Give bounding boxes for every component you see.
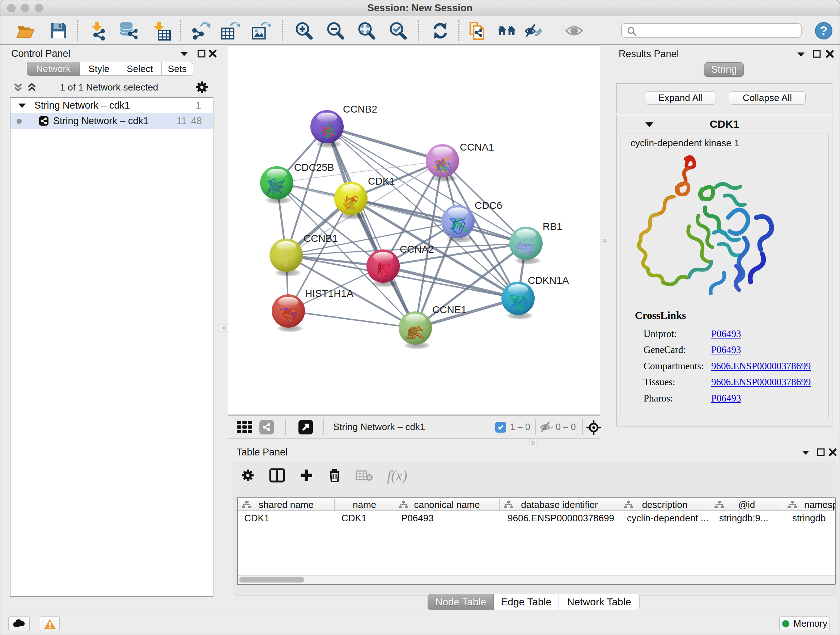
- help-icon[interactable]: ?: [814, 21, 834, 41]
- results-close-panel-icon[interactable]: [826, 50, 834, 58]
- delete-column-icon[interactable]: [328, 468, 341, 483]
- table-close-panel-icon[interactable]: [829, 448, 837, 456]
- birdseye-grid-icon[interactable]: [236, 419, 253, 435]
- zoom-fit-icon[interactable]: [357, 21, 377, 41]
- clone-network-icon[interactable]: [468, 21, 488, 41]
- tab-edge-table[interactable]: Edge Table: [494, 594, 559, 610]
- cell-canonical-name[interactable]: P06493: [401, 513, 434, 524]
- refresh-icon[interactable]: [431, 21, 450, 41]
- float-panel-icon[interactable]: [197, 49, 206, 58]
- zoom-selected-icon[interactable]: [388, 21, 408, 41]
- open-session-icon[interactable]: [16, 21, 35, 41]
- export-network-icon[interactable]: [191, 21, 210, 41]
- netbar-separator: [535, 419, 536, 435]
- split-columns-icon[interactable]: [269, 468, 285, 483]
- hidden-eye-icon[interactable]: [539, 421, 554, 433]
- export-table-icon[interactable]: [220, 21, 240, 41]
- warning-button[interactable]: [40, 616, 60, 631]
- tab-network-table[interactable]: Network Table: [559, 594, 639, 610]
- export-image-icon[interactable]: [251, 21, 271, 41]
- results-float-menu-icon[interactable]: [796, 51, 806, 57]
- results-float-panel-icon[interactable]: [813, 50, 821, 58]
- close-panel-icon[interactable]: [208, 49, 217, 58]
- tab-style[interactable]: Style: [80, 62, 118, 76]
- cell-description[interactable]: cyclin-dependent ...: [627, 513, 708, 524]
- cell-id[interactable]: stringdb:9...: [719, 513, 768, 524]
- hide-selected-icon[interactable]: [524, 21, 544, 41]
- column-header-description[interactable]: description: [619, 498, 710, 511]
- crosslink-row: Pharos: P06493: [644, 393, 673, 404]
- show-all-icon[interactable]: [564, 21, 584, 41]
- network-selection-status: 1 of 1 Network selected: [3, 82, 215, 93]
- table-float-menu-icon[interactable]: [801, 449, 810, 456]
- svg-text:RB1: RB1: [543, 221, 562, 232]
- table-settings-gear-icon[interactable]: [240, 468, 255, 483]
- gene-header[interactable]: CDK1: [617, 115, 832, 134]
- control-panel: Control Panel Network Style Select Sets …: [3, 46, 215, 610]
- collapse-collection-icon[interactable]: [18, 103, 27, 109]
- column-header-id[interactable]: @id: [710, 498, 783, 511]
- table-float-panel-icon[interactable]: [816, 448, 825, 456]
- import-network-icon[interactable]: [88, 21, 107, 41]
- crosslink-compartments[interactable]: 9606.ENSP00000378699: [711, 361, 811, 372]
- network-collection-row[interactable]: String Network – cdk1 1: [11, 98, 213, 113]
- title-bar: Session: New Session: [0, 0, 840, 16]
- crosslink-pharos[interactable]: P06493: [711, 393, 741, 404]
- crosslink-tissues[interactable]: 9606.ENSP00000378699: [711, 377, 811, 388]
- cell-name[interactable]: CDK1: [341, 513, 366, 524]
- function-builder-icon[interactable]: f(x): [387, 467, 407, 484]
- save-session-icon[interactable]: [49, 21, 68, 41]
- crosslink-row: Compartments: 9606.ENSP00000378699: [644, 361, 704, 372]
- cell-shared-name[interactable]: CDK1: [244, 513, 269, 524]
- results-panel-title: Results Panel: [619, 49, 679, 60]
- collapse-all-button[interactable]: Collapse All: [729, 91, 806, 105]
- tab-sets[interactable]: Sets: [162, 62, 193, 76]
- tab-node-table[interactable]: Node Table: [428, 594, 494, 610]
- network-tree: String Network – cdk1 1 String Network –…: [10, 97, 213, 597]
- cloud-button[interactable]: [8, 616, 30, 631]
- tab-string[interactable]: String: [704, 62, 744, 77]
- memory-label: Memory: [793, 618, 827, 629]
- network-options-gear-icon[interactable]: [195, 80, 209, 95]
- cell-namespace[interactable]: stringdb: [792, 513, 826, 524]
- cell-database-identifier[interactable]: 9606.ENSP00000378699: [508, 513, 614, 524]
- network-row[interactable]: String Network – cdk1 11 48: [11, 113, 213, 129]
- svg-text:CDC6: CDC6: [475, 200, 502, 211]
- scrollbar-thumb[interactable]: [239, 577, 304, 583]
- delete-table-icon[interactable]: [355, 469, 373, 482]
- svg-text:?: ?: [820, 24, 828, 37]
- home-icon[interactable]: [497, 21, 516, 41]
- column-header-shared-name[interactable]: shared name: [238, 498, 335, 511]
- memory-button[interactable]: Memory: [779, 616, 830, 631]
- toolbar-separator: [458, 20, 459, 41]
- network-share-badge-icon[interactable]: [259, 420, 274, 434]
- table-header: shared name name canonical name database…: [238, 498, 835, 511]
- zoom-out-icon[interactable]: [326, 21, 346, 41]
- crosshair-icon[interactable]: [586, 420, 601, 435]
- import-database-icon[interactable]: [118, 21, 137, 41]
- network-canvas[interactable]: CCNB2CCNA1CDC25BCDK1CDC6RB1CCNB1CCNA2CDK…: [228, 46, 600, 415]
- svg-text:CDK1: CDK1: [368, 176, 395, 187]
- column-header-namespace[interactable]: namespace: [783, 498, 836, 511]
- float-menu-icon[interactable]: [180, 51, 189, 57]
- svg-text:CCNB1: CCNB1: [303, 233, 338, 244]
- crosslink-uniprot[interactable]: P06493: [711, 328, 741, 340]
- add-column-icon[interactable]: [299, 468, 314, 483]
- tab-select[interactable]: Select: [118, 62, 162, 76]
- search-input[interactable]: [621, 23, 802, 38]
- column-header-database-identifier[interactable]: database identifier: [500, 498, 619, 511]
- svg-text:CCNA1: CCNA1: [460, 141, 494, 153]
- right-splitter-handle[interactable]: [601, 237, 608, 244]
- import-table-icon[interactable]: [151, 21, 171, 41]
- selected-nodes-checkbox-icon[interactable]: [495, 422, 506, 432]
- left-splitter-handle[interactable]: [221, 325, 228, 332]
- zoom-in-icon[interactable]: [294, 21, 314, 41]
- expand-all-button[interactable]: Expand All: [645, 91, 716, 105]
- table-horizontal-scrollbar[interactable]: [238, 575, 835, 584]
- column-header-name[interactable]: name: [335, 498, 394, 511]
- crosslinks-title: CrossLinks: [635, 310, 686, 321]
- crosslink-genecard[interactable]: P06493: [711, 344, 741, 356]
- open-in-window-icon[interactable]: [298, 420, 313, 434]
- tab-network[interactable]: Network: [27, 62, 80, 76]
- column-header-canonical-name[interactable]: canonical name: [394, 498, 500, 511]
